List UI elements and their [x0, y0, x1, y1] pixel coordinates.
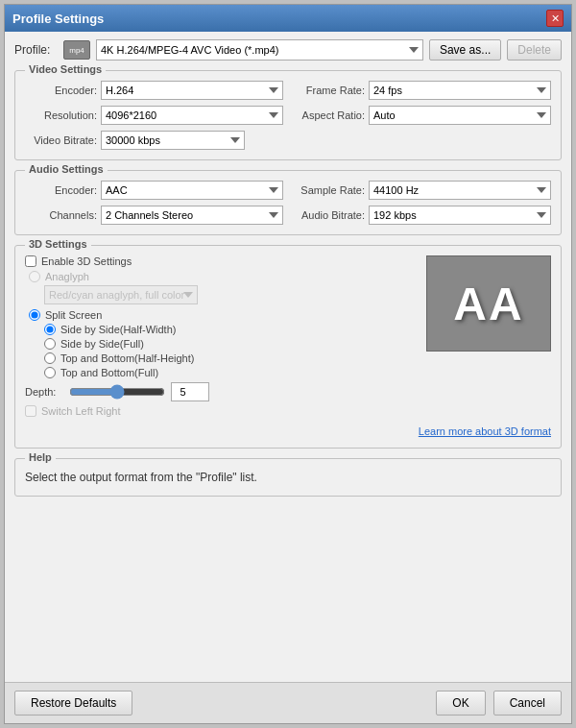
option3-label: Top and Bottom(Half-Height)	[60, 352, 194, 364]
depth-slider[interactable]	[69, 385, 165, 399]
audio-settings-section: Audio Settings Encoder: AAC Sample Rat	[14, 170, 562, 235]
anaglyph-type-select[interactable]: Red/cyan anaglyph, full color	[44, 285, 198, 304]
switch-left-right-row: Switch Left Right	[25, 405, 417, 417]
switch-left-right-checkbox[interactable]	[25, 405, 36, 417]
resolution-label: Resolution:	[25, 109, 97, 121]
threed-right-panel: AA	[426, 255, 551, 421]
anaglyph-label: Anaglyph	[45, 271, 89, 282]
option3-row: Top and Bottom(Half-Height)	[44, 352, 417, 364]
audio-encoder-row: Encoder: AAC	[25, 181, 283, 200]
video-settings-section: Video Settings Encoder: H.264	[14, 70, 562, 160]
footer-right-buttons: OK Cancel	[436, 691, 562, 716]
encoder-select[interactable]: H.264	[101, 81, 283, 100]
audio-settings-title: Audio Settings	[25, 163, 108, 175]
anaglyph-radio[interactable]	[29, 271, 40, 282]
option1-radio[interactable]	[44, 324, 56, 335]
option3-radio[interactable]	[44, 352, 56, 364]
depth-spinbox[interactable]: 5	[171, 382, 209, 401]
split-screen-label: Split Screen	[45, 309, 102, 321]
aa-preview: AA	[426, 255, 551, 352]
footer: Restore Defaults OK Cancel	[5, 682, 571, 723]
resolution-row: Resolution: 4096*2160	[25, 106, 283, 125]
resolution-select[interactable]: 4096*2160	[101, 106, 283, 125]
threed-settings-section: 3D Settings Enable 3D Settings Anaglyph	[14, 245, 562, 449]
learn-more-link[interactable]: Learn more about 3D format	[419, 425, 551, 437]
aspect-ratio-select[interactable]: Auto	[369, 106, 551, 125]
audio-bitrate-select[interactable]: 192 kbps	[369, 206, 551, 225]
profile-settings-window: Profile Settings ✕ Profile: mp4 4K H.264…	[4, 4, 572, 724]
option4-radio[interactable]	[44, 367, 56, 378]
anaglyph-radio-row: Anaglyph	[29, 271, 417, 282]
audio-encoder-label: Encoder:	[25, 184, 97, 196]
option1-label: Side by Side(Half-Width)	[60, 324, 176, 335]
audio-encoder-select[interactable]: AAC	[101, 181, 283, 200]
option2-radio[interactable]	[44, 338, 56, 350]
encoder-label: Encoder:	[25, 85, 97, 96]
restore-defaults-button[interactable]: Restore Defaults	[14, 691, 132, 716]
profile-label: Profile:	[14, 43, 58, 57]
window-title: Profile Settings	[12, 12, 104, 26]
main-content: Profile: mp4 4K H.264/MPEG-4 AVC Video (…	[5, 32, 571, 682]
frame-rate-select[interactable]: 24 fps	[369, 81, 551, 100]
help-section: Help Select the output format from the "…	[14, 458, 562, 497]
audio-bitrate-row: Audio Bitrate: 192 kbps	[293, 206, 551, 225]
profile-select[interactable]: 4K H.264/MPEG-4 AVC Video (*.mp4)	[96, 39, 423, 61]
profile-row: Profile: mp4 4K H.264/MPEG-4 AVC Video (…	[14, 39, 562, 61]
save-as-button[interactable]: Save as...	[429, 39, 501, 61]
frame-rate-row: Frame Rate: 24 fps	[293, 81, 551, 100]
option4-label: Top and Bottom(Full)	[60, 367, 158, 378]
option2-label: Side by Side(Full)	[60, 338, 144, 350]
help-title: Help	[25, 451, 56, 463]
switch-left-right-label: Switch Left Right	[41, 405, 121, 417]
video-bitrate-row: Video Bitrate: 30000 kbps	[25, 131, 551, 150]
ok-button[interactable]: OK	[436, 691, 485, 716]
option1-row: Side by Side(Half-Width)	[44, 324, 417, 335]
enable-3d-row: Enable 3D Settings	[25, 255, 417, 267]
aspect-ratio-label: Aspect Ratio:	[293, 109, 365, 121]
depth-label: Depth:	[25, 386, 63, 398]
enable-3d-label: Enable 3D Settings	[41, 255, 132, 267]
depth-row: Depth: 5	[25, 382, 417, 401]
split-screen-radio-row: Split Screen	[29, 309, 417, 321]
sample-rate-label: Sample Rate:	[293, 184, 365, 196]
sample-rate-row: Sample Rate: 44100 Hz	[293, 181, 551, 200]
aa-preview-text: AA	[453, 278, 523, 330]
profile-format-icon: mp4	[63, 40, 90, 60]
channels-label: Channels:	[25, 209, 97, 221]
channels-select[interactable]: 2 Channels Stereo	[101, 206, 283, 225]
title-bar: Profile Settings ✕	[5, 5, 571, 32]
video-bitrate-label: Video Bitrate:	[25, 134, 97, 146]
cancel-button[interactable]: Cancel	[493, 691, 562, 716]
encoder-row: Encoder: H.264	[25, 81, 283, 100]
threed-settings-title: 3D Settings	[25, 238, 91, 250]
split-screen-radio[interactable]	[29, 309, 40, 321]
audio-bitrate-label: Audio Bitrate:	[293, 209, 365, 221]
video-bitrate-select[interactable]: 30000 kbps	[101, 131, 245, 150]
option2-row: Side by Side(Full)	[44, 338, 417, 350]
frame-rate-label: Frame Rate:	[293, 85, 365, 96]
learn-more-row: Learn more about 3D format	[25, 425, 551, 438]
close-button[interactable]: ✕	[546, 10, 564, 27]
help-text: Select the output format from the "Profi…	[25, 469, 551, 486]
enable-3d-checkbox[interactable]	[25, 255, 36, 267]
video-settings-title: Video Settings	[25, 63, 106, 75]
sample-rate-select[interactable]: 44100 Hz	[369, 181, 551, 200]
delete-button[interactable]: Delete	[507, 39, 562, 61]
channels-row: Channels: 2 Channels Stereo	[25, 206, 283, 225]
option4-row: Top and Bottom(Full)	[44, 367, 417, 378]
aspect-ratio-row: Aspect Ratio: Auto	[293, 106, 551, 125]
